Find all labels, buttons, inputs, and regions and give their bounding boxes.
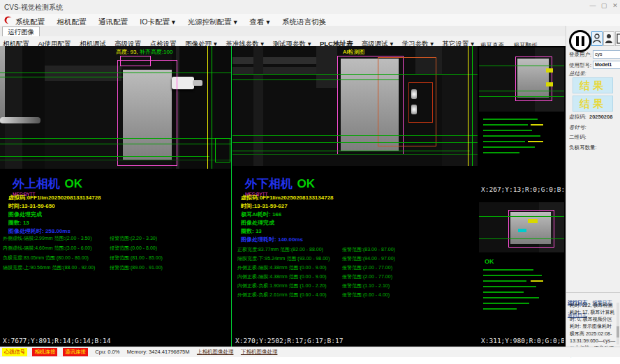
green-marker-line: [212, 46, 212, 169]
toolbar: 相机配置 AI使用配置 相机调试 高级设置 点检设置 图像处理 ▾ 基准线参数 …: [0, 36, 566, 47]
measurement-row: 正极宽度:83.77mm 范围:(82.00 - 88.00): [237, 246, 323, 253]
gridline: [0, 144, 231, 144]
measurement-row: 外侧正极-负极:2.61mm 范围:(0.60 - 4.00): [237, 291, 327, 298]
alarm-range: 报警范围:(0.60 - 4.00): [342, 291, 390, 298]
roi-box-magenta-small: [120, 56, 151, 66]
exit-button[interactable]: [615, 31, 620, 46]
ai-elapsed-line: 极耳AI耗时: 166: [241, 211, 281, 218]
camera-image-lower[interactable]: AI检测图: [232, 46, 478, 166]
camera-view-small-bottom[interactable]: OK X:311;Y:980;R:0;G:0;B:0: [479, 197, 564, 347]
green-marker-line: [472, 46, 473, 166]
alarm-range: 报警范围:(89.00 - 91.00): [110, 264, 163, 271]
alarm-range: 报警范围:(0.00 - 8.00): [110, 245, 157, 252]
process-done-line: 图像处理完成: [8, 211, 42, 218]
vcode-value: 20250208: [589, 114, 612, 120]
user-icon: [593, 33, 601, 44]
machine-structure: [22, 46, 45, 169]
close-button[interactable]: ✕: [610, 2, 620, 9]
lower-camera-status[interactable]: 下相机图像处理: [241, 349, 278, 356]
log-scrollbar[interactable]: [617, 303, 619, 344]
camera-status-ok: OK: [297, 177, 315, 191]
result-badge-1: 结果: [573, 77, 613, 93]
led-spot: [411, 89, 417, 99]
memory-usage: Memory: 3424.41796875M: [127, 349, 190, 355]
small-camera-image[interactable]: [479, 202, 564, 252]
gridline: [0, 77, 123, 77]
maximize-button[interactable]: ▢: [599, 2, 609, 9]
log-panel: 运行日志 报警日志 通讯日志 耗时: 222, 极耳检测耗时: 17, 极耳计算…: [568, 294, 619, 347]
camera-view-small-top[interactable]: X:267;Y:13;R:0;G:0;B:0: [479, 46, 564, 195]
pin-number-label: 卷针号:: [569, 124, 586, 131]
pixel-coords-readout: X:270;Y:2502;R:17;G:17;B:17: [235, 337, 343, 344]
minimize-button[interactable]: —: [588, 2, 598, 9]
app-window: CVS-视觉检测系统 — ▢ ✕ 系统配置 相机配置 通讯配置 IO卡配置 ▾ …: [0, 0, 620, 364]
gridline: [479, 238, 564, 239]
overlay-ai-text: AI检测图: [343, 48, 365, 56]
user-dark-icon: [605, 33, 613, 44]
small-ok-label: OK: [485, 258, 494, 265]
small-camera-image[interactable]: [479, 47, 564, 112]
measurement-row: 内侧正极-隔膜:4.38mm 范围:(0.00 - 9.00): [237, 273, 327, 280]
camera-title: 外下相机: [245, 176, 293, 192]
measurement-row: 负极宽度:83.05mm 范围:(80.00 - 86.00): [3, 255, 89, 261]
menu-bar: 系统配置 相机配置 通讯配置 IO卡配置 ▾ 光源控制配置 ▾ 查看 ▾ 系统语…: [0, 14, 620, 26]
switch-user-button[interactable]: [603, 31, 614, 46]
measurement-row: 外侧正极-隔膜:4.38mm 范围:(0.00 - 9.00): [237, 264, 327, 271]
machine-edge: [0, 46, 5, 123]
pause-button[interactable]: [569, 30, 591, 52]
gridline: [479, 96, 564, 97]
gridline: [479, 91, 564, 91]
upper-camera-status[interactable]: 上相机图像处理: [197, 349, 234, 356]
machine-rail: [45, 66, 121, 81]
pause-icon: [582, 36, 584, 46]
title-bar: CVS-视觉检测系统 — ▢ ✕: [0, 0, 620, 15]
pixel-coords-readout: X:267;Y:13;R:0;G:0;B:0: [481, 185, 564, 193]
measurement-row: 内侧虚线-隔膜:4.60mm 范围:(3.00 - 6.00): [3, 245, 92, 252]
alarm-range: 报警范围:(81.00 - 85.00): [110, 255, 163, 261]
camera-status-ok: OK: [64, 177, 82, 191]
bright-reflection: [0, 117, 40, 123]
time-line: 时间:13-31-59-627: [241, 202, 288, 210]
gridline-dark: [0, 160, 231, 160]
main-display-area: 高度: 93, 补齐高度:100 外上相机 OK MES:BYTT 虚拟码:0F…: [0, 46, 566, 347]
gridline: [479, 66, 564, 66]
log-scrollbar-thumb[interactable]: [617, 326, 619, 338]
gridline: [232, 151, 470, 151]
process-done-line: 图像处理完成: [241, 219, 274, 227]
yellow-marker-line: [468, 46, 468, 166]
login-user-label: 登录用户:: [569, 52, 591, 59]
model-label: 使用型号:: [569, 62, 591, 69]
time-line: 时间:13-31-59-650: [8, 202, 55, 210]
result-badge-2: 结果: [573, 96, 613, 112]
camera-view-upper[interactable]: 高度: 93, 补齐高度:100 外上相机 OK MES:BYTT 虚拟码:0F…: [0, 46, 232, 347]
vcode-label: 虚拟码:: [569, 114, 586, 121]
clamp-tip: [193, 80, 202, 86]
model-value[interactable]: Model1: [593, 61, 620, 69]
machine-structure: [316, 46, 337, 88]
status-bar: 心跳信号 相机连接 通讯连接 Cpu: 0.0% Memory: 3424.41…: [0, 347, 620, 357]
machine-rail: [232, 67, 330, 74]
elapsed-line: 图像处理耗时: 140.00ms: [241, 236, 303, 243]
comm-connect-badge: 通讯连接: [63, 348, 88, 356]
camera-view-lower[interactable]: AI检测图 外下相机 OK MES:BYTT 虚拟码:0FF1lim202502…: [232, 46, 478, 347]
tab-count-label: 负极耳数量:: [569, 144, 597, 151]
overlay-height-text: 高度: 93, 补齐高度:100: [116, 48, 172, 56]
exit-door-icon: [617, 33, 620, 44]
alarm-range: 报警范围:(2.00 - 77.00): [342, 264, 392, 271]
alarm-range: 报警范围:(1.10 - 2.10): [342, 282, 390, 289]
roi-box-red: [408, 82, 433, 123]
camera-image-upper[interactable]: 高度: 93, 补齐高度:100: [0, 46, 231, 169]
pixel-coords-readout: X:7677;Y:891;R:14;G:14;B:14: [3, 337, 110, 344]
yellow-mark: [528, 219, 538, 223]
measurement-row: 隔膜宽度-上:90.56mm 范围:(88.00 - 92.00): [3, 264, 95, 271]
gridline: [232, 135, 478, 136]
yellow-mark: [546, 82, 553, 86]
pixel-coords-readout: X:311;Y:980;R:0;G:0;B:0: [481, 337, 564, 344]
heartbeat-status-badge: 心跳信号: [2, 348, 27, 356]
gridline: [232, 79, 399, 80]
login-user-value[interactable]: cys: [593, 50, 620, 59]
turns-line: 圈数: 13: [8, 219, 29, 227]
login-user-button[interactable]: [591, 31, 603, 46]
turns-line: 圈数: 13: [241, 227, 262, 235]
elapsed-line: 图像处理耗时: 258.00ms: [8, 227, 71, 235]
